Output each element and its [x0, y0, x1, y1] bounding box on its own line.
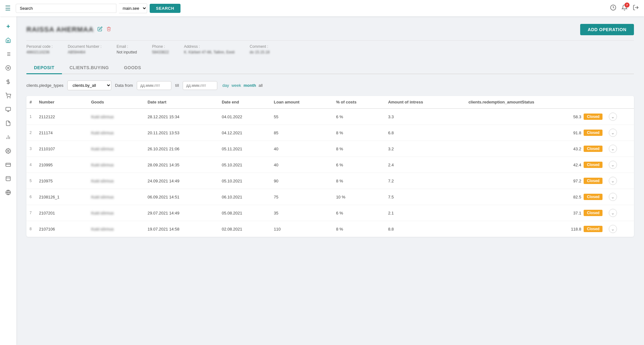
cell-date-start: 29.07.2021 14:49	[144, 205, 219, 221]
tab-deposit[interactable]: DEPOSIT	[26, 62, 62, 74]
sidebar-item-settings[interactable]	[2, 145, 14, 157]
expand-button[interactable]: ⌄	[609, 177, 617, 185]
cell-expand[interactable]: ⌄	[606, 125, 634, 141]
cell-date-end: 05.10.2021	[219, 157, 271, 173]
col-date-end: Date end	[219, 96, 271, 109]
tab-goods[interactable]: GOODS	[116, 62, 149, 74]
add-operation-button[interactable]: ADD OPERATION	[580, 24, 634, 35]
cell-date-end: 04.01.2022	[219, 109, 271, 125]
period-all-link[interactable]: all	[258, 83, 263, 88]
expand-button[interactable]: ⌄	[609, 145, 617, 153]
cell-amount-intress: 3.2	[385, 141, 465, 157]
cell-goods: Kuld sõrmus	[88, 157, 145, 173]
email-block: Email : Not inputted	[117, 44, 137, 54]
date-till-input[interactable]	[183, 81, 217, 90]
expand-button[interactable]: ⌄	[609, 129, 617, 137]
doc-number-value: AB594464	[68, 50, 101, 54]
svg-rect-22	[6, 176, 10, 181]
cell-num: 7	[26, 205, 36, 221]
search-scope-select[interactable]: main.see	[119, 3, 147, 13]
date-from-input[interactable]	[137, 81, 171, 90]
expand-button[interactable]: ⌄	[609, 225, 617, 233]
user-icon[interactable]	[633, 4, 639, 12]
cell-expand[interactable]: ⌄	[606, 109, 634, 125]
search-input[interactable]	[16, 4, 116, 13]
sidebar-item-list[interactable]	[2, 48, 14, 60]
sidebar-item-document[interactable]	[2, 117, 14, 130]
cell-amount-intress: 3.3	[385, 109, 465, 125]
sidebar-item-add[interactable]: +	[2, 20, 14, 33]
menu-icon[interactable]: ☰	[5, 4, 11, 12]
cell-date-start: 24.09.2021 14:49	[144, 173, 219, 189]
cell-expand[interactable]: ⌄	[606, 221, 634, 237]
table-row: 1 2112122 Kuld sõrmus 28.12.2021 15:34 0…	[26, 109, 634, 125]
cell-pct-costs: 8 %	[333, 125, 385, 141]
cell-expand[interactable]: ⌄	[606, 141, 634, 157]
pledge-types-select[interactable]: clients.by_all	[67, 81, 111, 90]
sidebar-item-analytics[interactable]	[2, 62, 14, 74]
period-month-link[interactable]: month	[244, 83, 256, 88]
phone-value: 58433822	[152, 50, 169, 54]
cell-redemption: 42.4 Closed	[465, 157, 606, 173]
sidebar-item-scan[interactable]	[2, 172, 14, 185]
status-badge: Closed	[584, 130, 602, 136]
sidebar-item-report[interactable]	[2, 131, 14, 143]
table-row: 5 210975 Kuld sõrmus 24.09.2021 14:49 05…	[26, 173, 634, 189]
col-amount-intress: Amount of intress	[385, 96, 465, 109]
sidebar-item-dollar[interactable]	[2, 75, 14, 88]
cell-expand[interactable]: ⌄	[606, 189, 634, 205]
topbar-right-icons: 7	[610, 4, 639, 12]
cell-number: 2110107	[36, 141, 88, 157]
cell-date-start: 26.10.2021 21:06	[144, 141, 219, 157]
cell-redemption: 91.8 Closed	[465, 125, 606, 141]
cell-redemption: 82.5 Closed	[465, 189, 606, 205]
cell-expand[interactable]: ⌄	[606, 205, 634, 221]
client-name: RAISSA AHERMAA	[26, 25, 94, 34]
deposit-table: # Number Goods Date start Date end Loan …	[26, 96, 634, 237]
col-date-start: Date start	[144, 96, 219, 109]
cell-num: 2	[26, 125, 36, 141]
clock-icon[interactable]	[610, 4, 616, 12]
doc-number-label: Document Number :	[68, 44, 101, 49]
cell-amount-intress: 8.8	[385, 221, 465, 237]
cell-date-start: 20.11.2021 13:53	[144, 125, 219, 141]
cell-loan-amount: 75	[271, 189, 333, 205]
status-badge: Closed	[584, 178, 602, 184]
table-header: # Number Goods Date start Date end Loan …	[26, 96, 634, 109]
expand-button[interactable]: ⌄	[609, 209, 617, 217]
cell-goods: Kuld sõrmus	[88, 141, 145, 157]
personal-info: Personal code : 48602110236 Document Num…	[26, 44, 634, 54]
edit-icon[interactable]	[97, 26, 103, 33]
cell-redemption: 118.8 Closed	[465, 221, 606, 237]
expand-button[interactable]: ⌄	[609, 193, 617, 201]
cell-expand[interactable]: ⌄	[606, 173, 634, 189]
search-button[interactable]: SEARCH	[150, 4, 180, 13]
tab-clients-buying[interactable]: CLIENTS.BUYING	[62, 62, 116, 74]
cell-expand[interactable]: ⌄	[606, 157, 634, 173]
sidebar-item-globe[interactable]	[2, 186, 14, 199]
cell-goods: Kuld sõrmus	[88, 109, 145, 125]
notification-icon[interactable]: 7	[621, 4, 628, 12]
period-day-link[interactable]: day	[222, 83, 229, 88]
delete-icon[interactable]	[106, 26, 111, 33]
sidebar-item-usercard[interactable]	[2, 159, 14, 171]
col-expand	[606, 96, 634, 109]
cell-loan-amount: 35	[271, 205, 333, 221]
sidebar-item-home[interactable]	[2, 34, 14, 47]
svg-point-12	[10, 97, 10, 98]
expand-button[interactable]: ⌄	[609, 113, 617, 121]
personal-code-block: Personal code : 48602110236	[26, 44, 53, 54]
sidebar-item-cart[interactable]	[2, 89, 14, 102]
period-week-link[interactable]: week	[231, 83, 241, 88]
cell-number: 2107106	[36, 221, 88, 237]
email-label: Email :	[117, 44, 137, 49]
cell-date-end: 04.12.2021	[219, 125, 271, 141]
expand-button[interactable]: ⌄	[609, 161, 617, 169]
table-row: 8 2107106 Kuld sõrmus 19.07.2021 14:58 0…	[26, 221, 634, 237]
sidebar-item-storage[interactable]	[2, 103, 14, 116]
cell-date-start: 06.09.2021 14:51	[144, 189, 219, 205]
table-row: 2 211174 Kuld sõrmus 20.11.2021 13:53 04…	[26, 125, 634, 141]
cell-goods: Kuld sõrmus	[88, 125, 145, 141]
cell-amount-intress: 7.2	[385, 173, 465, 189]
personal-code-label: Personal code :	[26, 44, 53, 49]
